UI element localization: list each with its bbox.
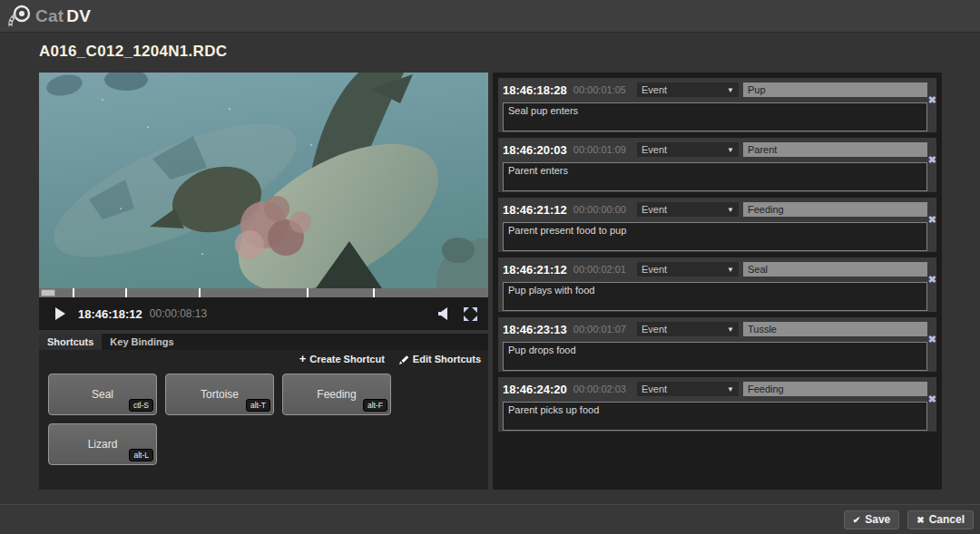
volume-button[interactable]	[438, 307, 449, 320]
shortcuts-panel: Shortcuts Key Bindings + Create Shortcut…	[39, 334, 488, 490]
fullscreen-button[interactable]	[464, 307, 477, 321]
page-title: A016_C012_1204N1.RDC	[39, 43, 227, 61]
video-player[interactable]	[39, 73, 488, 288]
close-icon[interactable]: ✖	[928, 394, 936, 404]
event-name-input[interactable]	[743, 83, 927, 97]
shortcut-button-grid: Seal ctl-S Tortoise alt-T Feeding alt-F …	[48, 374, 484, 473]
event-note-textarea[interactable]: Pup plays with food	[503, 282, 927, 311]
event-type-select[interactable]: Event ▼	[637, 202, 739, 217]
event-row: 18:46:21:12 00:00:00:00 Event ▼ ✖ Parent…	[498, 198, 936, 252]
chevron-down-icon: ▼	[727, 146, 734, 154]
top-bar: CatDV	[0, 0, 980, 33]
event-type-select[interactable]: Event ▼	[637, 142, 739, 157]
event-duration: 00:00:01:07	[573, 324, 626, 335]
event-timecode: 18:46:23:13	[503, 323, 567, 336]
event-name-input[interactable]	[743, 382, 927, 396]
event-type-select[interactable]: Event ▼	[637, 262, 739, 277]
event-type-select[interactable]: Event ▼	[637, 322, 739, 336]
event-duration: 00:00:00:00	[573, 204, 626, 215]
plus-icon: +	[299, 354, 307, 364]
event-name-input[interactable]	[743, 202, 927, 217]
edit-shortcuts-button[interactable]: Edit Shortcuts	[399, 354, 481, 364]
check-icon: ✔	[853, 515, 860, 525]
event-name-input[interactable]	[743, 262, 927, 277]
playhead-handle[interactable]	[41, 289, 55, 296]
event-name-input[interactable]	[743, 142, 927, 157]
chevron-down-icon: ▼	[727, 385, 734, 393]
shortcut-button-seal[interactable]: Seal ctl-S	[48, 374, 157, 415]
chevron-down-icon: ▼	[727, 325, 734, 334]
footer-bar: ✔ Save ✖ Cancel	[0, 504, 980, 534]
close-icon[interactable]: ✖	[928, 275, 936, 285]
event-timecode: 18:46:20:03	[503, 143, 567, 157]
right-edge-seal	[436, 238, 488, 288]
tab-shortcuts[interactable]: Shortcuts	[39, 334, 102, 350]
close-icon[interactable]: ✖	[928, 215, 936, 225]
edit-shortcuts-label: Edit Shortcuts	[413, 354, 481, 364]
key-badge: alt-T	[246, 399, 270, 412]
cancel-button[interactable]: ✖ Cancel	[907, 510, 974, 529]
event-duration: 00:00:02:03	[573, 384, 626, 394]
chevron-down-icon: ▼	[727, 266, 734, 274]
speaker-icon	[438, 307, 449, 320]
x-icon: ✖	[916, 515, 924, 525]
key-badge: alt-F	[363, 399, 387, 412]
event-duration: 00:00:01:05	[573, 84, 626, 95]
event-row: 18:46:18:28 00:00:01:05 Event ▼ ✖ Seal p…	[498, 78, 936, 132]
current-timecode: 18:46:18:12	[78, 307, 142, 321]
key-badge: ctl-S	[129, 399, 153, 412]
shortcut-button-tortoise[interactable]: Tortoise alt-T	[165, 374, 274, 415]
shortcut-button-lizard[interactable]: Lizard alt-L	[48, 423, 157, 465]
event-row: 18:46:21:12 00:00:02:01 Event ▼ ✖ Pup pl…	[498, 257, 936, 312]
pencil-icon	[399, 354, 409, 364]
event-timecode: 18:46:21:12	[503, 203, 567, 217]
event-note-textarea[interactable]: Parent present food to pup	[503, 222, 927, 251]
event-timecode: 18:46:24:20	[503, 383, 567, 396]
logo-text-dv: DV	[66, 6, 91, 26]
app-root: CatDV A016_C012_1204N1.RDC	[0, 0, 980, 534]
create-shortcut-button[interactable]: + Create Shortcut	[299, 354, 385, 364]
event-row: 18:46:20:03 00:00:01:09 Event ▼ ✖ Parent…	[498, 138, 936, 192]
event-note-textarea[interactable]: Parent enters	[503, 162, 927, 191]
event-row: 18:46:24:20 00:00:02:03 Event ▼ ✖ Parent…	[498, 377, 936, 432]
event-type-select[interactable]: Event ▼	[637, 83, 739, 97]
event-timecode: 18:46:21:12	[503, 263, 567, 277]
film-reel-icon	[7, 4, 33, 29]
save-button[interactable]: ✔ Save	[844, 510, 899, 529]
close-icon[interactable]: ✖	[928, 95, 936, 105]
chevron-down-icon: ▼	[727, 86, 734, 94]
event-note-textarea[interactable]: Pup drops food	[503, 342, 927, 371]
close-icon[interactable]: ✖	[928, 335, 936, 345]
create-shortcut-label: Create Shortcut	[309, 354, 385, 364]
chevron-down-icon: ▼	[727, 206, 734, 214]
event-duration: 00:00:01:09	[573, 144, 626, 155]
shortcut-button-feeding[interactable]: Feeding alt-F	[282, 374, 391, 415]
shortcuts-tab-bar: Shortcuts Key Bindings	[39, 334, 488, 350]
shortcut-actions: + Create Shortcut Edit Shortcuts	[299, 354, 481, 364]
event-note-textarea[interactable]: Parent picks up food	[503, 402, 927, 431]
event-duration: 00:00:02:01	[573, 264, 626, 275]
expand-arrows-icon	[464, 307, 477, 321]
timeline-scrubber[interactable]	[39, 288, 488, 297]
close-icon[interactable]: ✖	[928, 155, 936, 165]
event-log-panel: 18:46:18:28 00:00:01:05 Event ▼ ✖ Seal p…	[493, 73, 942, 490]
event-type-select[interactable]: Event ▼	[637, 382, 739, 396]
clip-duration: 00:00:08:13	[150, 307, 207, 320]
event-row: 18:46:23:13 00:00:01:07 Event ▼ ✖ Pup dr…	[498, 317, 936, 372]
logo-text-cat: Cat	[35, 6, 64, 26]
catdv-logo: CatDV	[7, 4, 91, 29]
event-name-input[interactable]	[743, 322, 927, 336]
player-controls: 18:46:18:12 00:00:08:13	[39, 297, 488, 330]
tab-key-bindings[interactable]: Key Bindings	[102, 334, 181, 350]
seal-video-frame	[39, 73, 488, 288]
event-timecode: 18:46:18:28	[503, 83, 567, 97]
event-note-textarea[interactable]: Seal pup enters	[503, 102, 927, 131]
key-badge: alt-L	[129, 449, 153, 461]
play-button[interactable]	[55, 307, 65, 320]
